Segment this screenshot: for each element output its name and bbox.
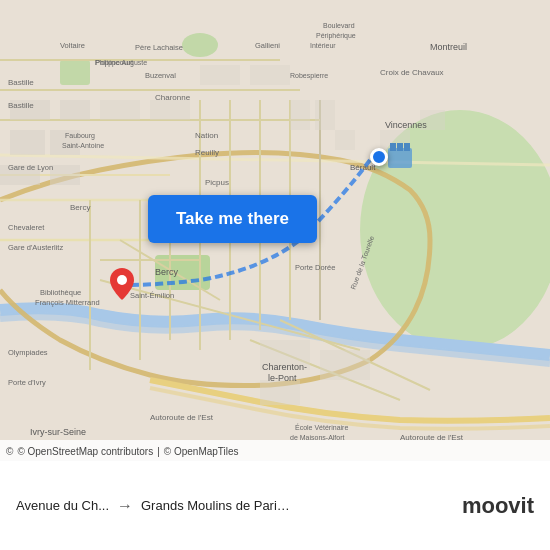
svg-rect-34 — [250, 65, 290, 85]
svg-text:Philippe Auguste: Philippe Auguste — [95, 59, 147, 67]
svg-text:Buzenval: Buzenval — [145, 71, 176, 80]
moovit-logo-text: moovit — [462, 493, 534, 519]
svg-text:Olympiades: Olympiades — [8, 348, 48, 357]
svg-rect-44 — [390, 143, 396, 151]
svg-rect-45 — [397, 143, 403, 151]
svg-point-89 — [117, 275, 127, 285]
svg-text:Bercy: Bercy — [155, 267, 179, 277]
svg-text:Charonne: Charonne — [155, 93, 191, 102]
take-me-there-button[interactable]: Take me there — [148, 195, 317, 243]
svg-text:Robespierre: Robespierre — [290, 72, 328, 80]
svg-text:Saint-Antoine: Saint-Antoine — [62, 142, 104, 149]
svg-text:Picpus: Picpus — [205, 178, 229, 187]
route-arrow-icon: → — [117, 497, 133, 515]
route-from-label: Avenue du Ch... — [16, 498, 109, 513]
svg-text:le-Pont: le-Pont — [268, 373, 297, 383]
svg-text:École Vétérinaire: École Vétérinaire — [295, 423, 348, 431]
svg-text:Faubourg: Faubourg — [65, 132, 95, 140]
svg-rect-3 — [60, 60, 90, 85]
bottom-bar: Avenue du Ch... → Grands Moulins de Pari… — [0, 460, 550, 550]
svg-text:Charenton-: Charenton- — [262, 362, 307, 372]
svg-text:François Mitterrand: François Mitterrand — [35, 298, 100, 307]
route-info: Avenue du Ch... → Grands Moulins de Pari… — [16, 497, 462, 515]
destination-marker — [370, 148, 388, 166]
svg-text:Voltaire: Voltaire — [60, 41, 85, 50]
svg-point-4 — [182, 33, 218, 57]
svg-text:Porte Dorée: Porte Dorée — [295, 263, 335, 272]
svg-text:Montreuil: Montreuil — [430, 42, 467, 52]
svg-rect-33 — [200, 65, 240, 85]
svg-text:Porte d'Ivry: Porte d'Ivry — [8, 378, 46, 387]
svg-text:Nation: Nation — [195, 131, 218, 140]
svg-text:Bibliothèque: Bibliothèque — [40, 288, 81, 297]
svg-text:Bastille: Bastille — [8, 101, 34, 110]
svg-rect-31 — [100, 100, 140, 120]
svg-rect-30 — [50, 165, 80, 185]
svg-text:Gallieni: Gallieni — [255, 41, 280, 50]
svg-text:Bastille: Bastille — [8, 78, 34, 87]
tiles-attribution: © OpenMapTiles — [164, 446, 239, 457]
svg-rect-37 — [335, 130, 355, 150]
svg-rect-40 — [260, 380, 300, 405]
origin-marker — [110, 268, 134, 304]
svg-text:Reuilly: Reuilly — [195, 148, 219, 157]
svg-text:Saint-Émilion: Saint-Émilion — [130, 291, 174, 300]
svg-text:Croix de Chavaux: Croix de Chavaux — [380, 68, 444, 77]
moovit-logo: moovit — [462, 493, 534, 519]
svg-rect-35 — [290, 100, 310, 130]
svg-text:Bercy: Bercy — [70, 203, 90, 212]
svg-rect-27 — [10, 130, 45, 155]
svg-text:Gare d'Austerlitz: Gare d'Austerlitz — [8, 243, 63, 252]
svg-rect-32 — [150, 100, 190, 120]
copyright-icon: © — [6, 446, 13, 457]
route-to-label: Grands Moulins de Paris (Universit... — [141, 498, 296, 513]
svg-text:Ivry-sur-Seine: Ivry-sur-Seine — [30, 427, 86, 437]
svg-rect-39 — [320, 350, 370, 380]
osm-attribution: © OpenStreetMap contributors — [17, 446, 153, 457]
map-attribution: © © OpenStreetMap contributors | © OpenM… — [0, 440, 550, 462]
svg-rect-46 — [404, 143, 410, 151]
svg-text:Père Lachaise: Père Lachaise — [135, 43, 183, 52]
map-container: Vincennes Bérault Charenton- le-Pont Ber… — [0, 0, 550, 460]
svg-text:Gare de Lyon: Gare de Lyon — [8, 163, 53, 172]
svg-text:Chevaleret: Chevaleret — [8, 223, 45, 232]
svg-rect-36 — [315, 100, 335, 130]
attribution-separator: | — [157, 446, 160, 457]
svg-text:Périphérique: Périphérique — [316, 32, 356, 40]
svg-text:Vincennes: Vincennes — [385, 120, 427, 130]
svg-text:Intérieur: Intérieur — [310, 42, 336, 49]
svg-text:Boulevard: Boulevard — [323, 22, 355, 29]
svg-text:Autoroute de l'Est: Autoroute de l'Est — [150, 413, 214, 422]
svg-rect-26 — [60, 100, 90, 120]
